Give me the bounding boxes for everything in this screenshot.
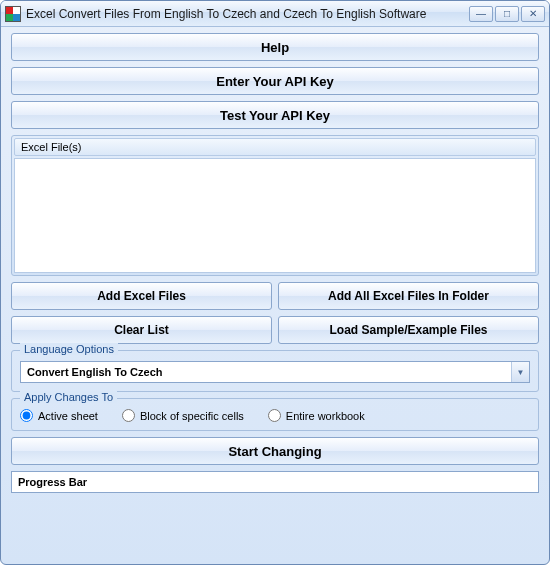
excel-files-panel: Excel File(s) <box>11 135 539 276</box>
help-button[interactable]: Help <box>11 33 539 61</box>
content-area: Help Enter Your API Key Test Your API Ke… <box>1 27 549 503</box>
radio-active-sheet-input[interactable] <box>20 409 33 422</box>
load-sample-files-button[interactable]: Load Sample/Example Files <box>278 316 539 344</box>
radio-block-cells-label: Block of specific cells <box>140 410 244 422</box>
maximize-button[interactable]: □ <box>495 6 519 22</box>
excel-files-header: Excel File(s) <box>14 138 536 156</box>
close-button[interactable]: ✕ <box>521 6 545 22</box>
titlebar: Excel Convert Files From English To Czec… <box>1 1 549 27</box>
clear-list-button[interactable]: Clear List <box>11 316 272 344</box>
add-excel-files-button[interactable]: Add Excel Files <box>11 282 272 310</box>
progress-bar-label: Progress Bar <box>18 476 87 488</box>
language-options-legend: Language Options <box>20 343 118 355</box>
language-combo[interactable]: Convert English To Czech ▼ <box>20 361 530 383</box>
window-title: Excel Convert Files From English To Czec… <box>26 7 467 21</box>
radio-entire-workbook[interactable]: Entire workbook <box>268 409 365 422</box>
app-icon <box>5 6 21 22</box>
radio-active-sheet-label: Active sheet <box>38 410 98 422</box>
app-window: Excel Convert Files From English To Czec… <box>0 0 550 565</box>
apply-changes-legend: Apply Changes To <box>20 391 117 403</box>
radio-entire-workbook-input[interactable] <box>268 409 281 422</box>
start-changing-button[interactable]: Start Changing <box>11 437 539 465</box>
language-combo-text: Convert English To Czech <box>21 366 511 378</box>
test-api-key-button[interactable]: Test Your API Key <box>11 101 539 129</box>
radio-active-sheet[interactable]: Active sheet <box>20 409 98 422</box>
radio-entire-workbook-label: Entire workbook <box>286 410 365 422</box>
progress-bar: Progress Bar <box>11 471 539 493</box>
radio-block-cells-input[interactable] <box>122 409 135 422</box>
excel-files-listbox[interactable] <box>14 158 536 273</box>
minimize-button[interactable]: — <box>469 6 493 22</box>
add-all-files-folder-button[interactable]: Add All Excel Files In Folder <box>278 282 539 310</box>
chevron-down-icon: ▼ <box>511 362 529 382</box>
apply-changes-group: Apply Changes To Active sheet Block of s… <box>11 398 539 431</box>
radio-block-cells[interactable]: Block of specific cells <box>122 409 244 422</box>
language-options-group: Language Options Convert English To Czec… <box>11 350 539 392</box>
enter-api-key-button[interactable]: Enter Your API Key <box>11 67 539 95</box>
